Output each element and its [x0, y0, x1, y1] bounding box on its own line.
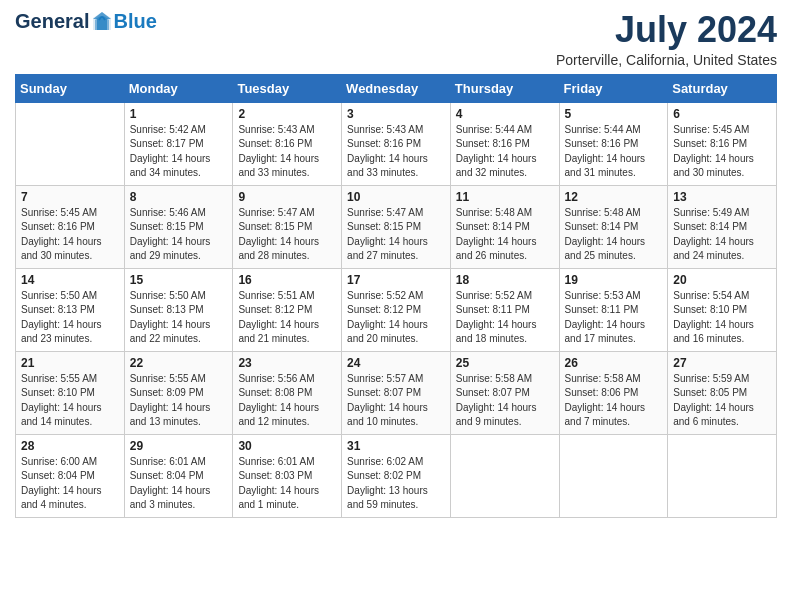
calendar-cell: 20Sunrise: 5:54 AMSunset: 8:10 PMDayligh…	[668, 268, 777, 351]
day-number: 8	[130, 190, 228, 204]
day-detail: Sunrise: 5:52 AMSunset: 8:11 PMDaylight:…	[456, 289, 554, 347]
day-number: 24	[347, 356, 445, 370]
title-area: July 2024 Porterville, California, Unite…	[556, 10, 777, 68]
calendar-cell: 16Sunrise: 5:51 AMSunset: 8:12 PMDayligh…	[233, 268, 342, 351]
day-number: 17	[347, 273, 445, 287]
logo-area: General Blue	[15, 10, 157, 32]
day-number: 1	[130, 107, 228, 121]
calendar-cell: 13Sunrise: 5:49 AMSunset: 8:14 PMDayligh…	[668, 185, 777, 268]
day-detail: Sunrise: 5:56 AMSunset: 8:08 PMDaylight:…	[238, 372, 336, 430]
calendar-cell: 25Sunrise: 5:58 AMSunset: 8:07 PMDayligh…	[450, 351, 559, 434]
day-number: 3	[347, 107, 445, 121]
calendar-title: July 2024	[556, 10, 777, 50]
day-detail: Sunrise: 5:50 AMSunset: 8:13 PMDaylight:…	[130, 289, 228, 347]
day-detail: Sunrise: 5:44 AMSunset: 8:16 PMDaylight:…	[565, 123, 663, 181]
day-detail: Sunrise: 5:47 AMSunset: 8:15 PMDaylight:…	[238, 206, 336, 264]
calendar-cell: 3Sunrise: 5:43 AMSunset: 8:16 PMDaylight…	[342, 102, 451, 185]
logo-blue: Blue	[113, 11, 156, 31]
column-header-wednesday: Wednesday	[342, 74, 451, 102]
calendar-cell	[668, 434, 777, 517]
day-detail: Sunrise: 5:42 AMSunset: 8:17 PMDaylight:…	[130, 123, 228, 181]
day-detail: Sunrise: 5:58 AMSunset: 8:07 PMDaylight:…	[456, 372, 554, 430]
column-header-thursday: Thursday	[450, 74, 559, 102]
calendar-cell: 23Sunrise: 5:56 AMSunset: 8:08 PMDayligh…	[233, 351, 342, 434]
calendar-cell: 4Sunrise: 5:44 AMSunset: 8:16 PMDaylight…	[450, 102, 559, 185]
logo-icon	[91, 10, 113, 32]
day-detail: Sunrise: 5:54 AMSunset: 8:10 PMDaylight:…	[673, 289, 771, 347]
calendar-cell: 31Sunrise: 6:02 AMSunset: 8:02 PMDayligh…	[342, 434, 451, 517]
calendar-cell: 26Sunrise: 5:58 AMSunset: 8:06 PMDayligh…	[559, 351, 668, 434]
day-detail: Sunrise: 5:55 AMSunset: 8:09 PMDaylight:…	[130, 372, 228, 430]
day-number: 27	[673, 356, 771, 370]
calendar-cell: 1Sunrise: 5:42 AMSunset: 8:17 PMDaylight…	[124, 102, 233, 185]
day-number: 18	[456, 273, 554, 287]
day-number: 11	[456, 190, 554, 204]
day-number: 26	[565, 356, 663, 370]
day-detail: Sunrise: 5:46 AMSunset: 8:15 PMDaylight:…	[130, 206, 228, 264]
day-detail: Sunrise: 5:51 AMSunset: 8:12 PMDaylight:…	[238, 289, 336, 347]
day-detail: Sunrise: 5:52 AMSunset: 8:12 PMDaylight:…	[347, 289, 445, 347]
day-number: 28	[21, 439, 119, 453]
calendar-cell: 29Sunrise: 6:01 AMSunset: 8:04 PMDayligh…	[124, 434, 233, 517]
column-header-sunday: Sunday	[16, 74, 125, 102]
day-detail: Sunrise: 5:49 AMSunset: 8:14 PMDaylight:…	[673, 206, 771, 264]
calendar-cell: 14Sunrise: 5:50 AMSunset: 8:13 PMDayligh…	[16, 268, 125, 351]
calendar-week-row: 7Sunrise: 5:45 AMSunset: 8:16 PMDaylight…	[16, 185, 777, 268]
day-number: 22	[130, 356, 228, 370]
calendar-cell: 24Sunrise: 5:57 AMSunset: 8:07 PMDayligh…	[342, 351, 451, 434]
calendar-cell: 2Sunrise: 5:43 AMSunset: 8:16 PMDaylight…	[233, 102, 342, 185]
calendar-cell	[16, 102, 125, 185]
day-number: 4	[456, 107, 554, 121]
day-detail: Sunrise: 5:45 AMSunset: 8:16 PMDaylight:…	[21, 206, 119, 264]
day-detail: Sunrise: 5:43 AMSunset: 8:16 PMDaylight:…	[238, 123, 336, 181]
calendar-week-row: 21Sunrise: 5:55 AMSunset: 8:10 PMDayligh…	[16, 351, 777, 434]
column-header-saturday: Saturday	[668, 74, 777, 102]
day-number: 6	[673, 107, 771, 121]
day-detail: Sunrise: 6:00 AMSunset: 8:04 PMDaylight:…	[21, 455, 119, 513]
column-header-friday: Friday	[559, 74, 668, 102]
calendar-cell: 30Sunrise: 6:01 AMSunset: 8:03 PMDayligh…	[233, 434, 342, 517]
calendar-week-row: 28Sunrise: 6:00 AMSunset: 8:04 PMDayligh…	[16, 434, 777, 517]
day-detail: Sunrise: 6:01 AMSunset: 8:04 PMDaylight:…	[130, 455, 228, 513]
day-detail: Sunrise: 5:55 AMSunset: 8:10 PMDaylight:…	[21, 372, 119, 430]
day-detail: Sunrise: 5:50 AMSunset: 8:13 PMDaylight:…	[21, 289, 119, 347]
calendar-cell: 12Sunrise: 5:48 AMSunset: 8:14 PMDayligh…	[559, 185, 668, 268]
day-detail: Sunrise: 6:01 AMSunset: 8:03 PMDaylight:…	[238, 455, 336, 513]
day-number: 14	[21, 273, 119, 287]
calendar-cell: 9Sunrise: 5:47 AMSunset: 8:15 PMDaylight…	[233, 185, 342, 268]
calendar-cell: 22Sunrise: 5:55 AMSunset: 8:09 PMDayligh…	[124, 351, 233, 434]
calendar-cell	[559, 434, 668, 517]
column-header-monday: Monday	[124, 74, 233, 102]
day-detail: Sunrise: 5:45 AMSunset: 8:16 PMDaylight:…	[673, 123, 771, 181]
day-detail: Sunrise: 5:48 AMSunset: 8:14 PMDaylight:…	[565, 206, 663, 264]
calendar-cell: 28Sunrise: 6:00 AMSunset: 8:04 PMDayligh…	[16, 434, 125, 517]
day-number: 23	[238, 356, 336, 370]
day-detail: Sunrise: 5:59 AMSunset: 8:05 PMDaylight:…	[673, 372, 771, 430]
calendar-cell: 5Sunrise: 5:44 AMSunset: 8:16 PMDaylight…	[559, 102, 668, 185]
calendar-cell: 17Sunrise: 5:52 AMSunset: 8:12 PMDayligh…	[342, 268, 451, 351]
logo-general: General	[15, 11, 89, 31]
day-detail: Sunrise: 5:53 AMSunset: 8:11 PMDaylight:…	[565, 289, 663, 347]
day-detail: Sunrise: 5:57 AMSunset: 8:07 PMDaylight:…	[347, 372, 445, 430]
day-detail: Sunrise: 5:58 AMSunset: 8:06 PMDaylight:…	[565, 372, 663, 430]
calendar-subtitle: Porterville, California, United States	[556, 52, 777, 68]
day-number: 7	[21, 190, 119, 204]
day-number: 19	[565, 273, 663, 287]
day-detail: Sunrise: 5:48 AMSunset: 8:14 PMDaylight:…	[456, 206, 554, 264]
logo: General Blue	[15, 10, 157, 32]
calendar-cell	[450, 434, 559, 517]
calendar-cell: 6Sunrise: 5:45 AMSunset: 8:16 PMDaylight…	[668, 102, 777, 185]
day-detail: Sunrise: 5:47 AMSunset: 8:15 PMDaylight:…	[347, 206, 445, 264]
day-number: 15	[130, 273, 228, 287]
day-number: 10	[347, 190, 445, 204]
calendar-week-row: 1Sunrise: 5:42 AMSunset: 8:17 PMDaylight…	[16, 102, 777, 185]
day-number: 13	[673, 190, 771, 204]
day-number: 12	[565, 190, 663, 204]
calendar-cell: 8Sunrise: 5:46 AMSunset: 8:15 PMDaylight…	[124, 185, 233, 268]
day-number: 20	[673, 273, 771, 287]
day-number: 5	[565, 107, 663, 121]
day-number: 25	[456, 356, 554, 370]
calendar-cell: 18Sunrise: 5:52 AMSunset: 8:11 PMDayligh…	[450, 268, 559, 351]
header: General Blue July 2024 Porterville, Cali…	[15, 10, 777, 68]
day-number: 16	[238, 273, 336, 287]
